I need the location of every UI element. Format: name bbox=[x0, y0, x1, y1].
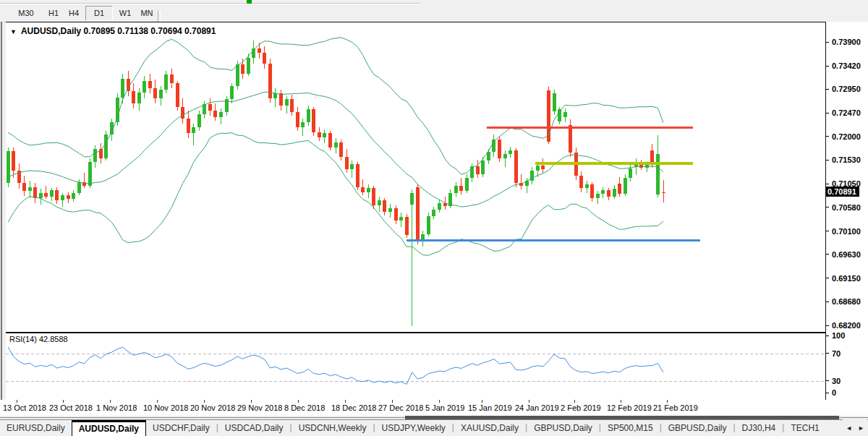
chart-tab-XAUUSD-Daily[interactable]: XAUUSD,Daily bbox=[454, 420, 525, 436]
price-tick-label: 0.68200 bbox=[829, 321, 861, 330]
chart-collapse-icon[interactable]: ▼ bbox=[10, 28, 17, 35]
price-axis-tick: 0.68680 bbox=[826, 297, 861, 306]
price-axis-tick: 0.68200 bbox=[826, 321, 861, 330]
price-tick-label: 0.72000 bbox=[829, 132, 861, 141]
price-axis-tick: 0.73420 bbox=[826, 61, 861, 70]
rsi-axis-tick: 0 bbox=[826, 388, 836, 397]
date-label: 20 Nov 2018 bbox=[190, 403, 235, 412]
date-label: 27 Dec 2018 bbox=[378, 403, 423, 412]
date-axis[interactable]: 13 Oct 201823 Oct 20181 Nov 201810 Nov 2… bbox=[0, 400, 868, 416]
rsi-line bbox=[8, 347, 663, 385]
price-axis-tick: 0.72950 bbox=[826, 85, 861, 93]
chart-title-text: AUDUSD,Daily 0.70895 0.71138 0.70694 0.7… bbox=[21, 26, 216, 36]
chart-tab-USDJPY-Weekly[interactable]: USDJPY,Weekly bbox=[375, 420, 452, 436]
chart-tab-EURUSD-Daily[interactable]: EURUSD,Daily bbox=[0, 420, 72, 436]
current-price-tag: 0.70891 bbox=[826, 187, 859, 197]
chart-tab-GBPUSD-Daily[interactable]: GBPUSD,Daily bbox=[527, 420, 599, 436]
rsi-axis-tick: 70 bbox=[826, 349, 841, 358]
date-tick-mark bbox=[439, 400, 440, 403]
price-axis-tick: 0.70100 bbox=[826, 227, 861, 236]
price-axis[interactable]: 0.739000.734200.729500.724700.720000.715… bbox=[825, 22, 868, 401]
rsi-indicator-label: RSI(14) 42.8588 bbox=[9, 335, 68, 343]
price-tick-label: 0.70100 bbox=[829, 227, 861, 236]
chart-tab-GBPUSD-Daily[interactable]: GBPUSD,Daily bbox=[662, 420, 733, 436]
timeframe-button-H4[interactable]: H4 bbox=[64, 6, 84, 21]
rsi-chart[interactable] bbox=[6, 333, 825, 400]
date-label: 21 Feb 2019 bbox=[653, 403, 698, 412]
date-label: 5 Jan 2019 bbox=[425, 403, 464, 412]
timeframe-button-M30[interactable]: M30 bbox=[13, 6, 39, 21]
rsi-tick-label: 0 bbox=[829, 388, 836, 397]
mt4-terminal: { "topStrip": { "greenBoxColor": "#00a00… bbox=[0, 0, 868, 436]
price-axis-tick: 0.72000 bbox=[826, 132, 861, 141]
date-tick-mark bbox=[529, 400, 529, 403]
tab-scroll-arrows: ◄ ► bbox=[843, 419, 867, 436]
date-tick-mark bbox=[345, 400, 346, 403]
rsi-axis-tick: 100 bbox=[826, 331, 845, 340]
date-label: 24 Jan 2019 bbox=[515, 403, 559, 412]
date-label: 8 Dec 2018 bbox=[284, 403, 325, 412]
date-tick-mark bbox=[251, 400, 252, 403]
chart-tab-USDCHF-Daily[interactable]: USDCHF,Daily bbox=[146, 420, 216, 436]
price-tick-label: 0.71530 bbox=[829, 155, 861, 164]
date-label: 29 Nov 2018 bbox=[237, 403, 282, 412]
candlestick-chart[interactable] bbox=[6, 22, 825, 332]
date-tick-mark bbox=[298, 400, 299, 403]
date-label: 23 Oct 2018 bbox=[49, 403, 93, 412]
date-label: 1 Nov 2018 bbox=[96, 403, 137, 412]
chart-tab-SP500-M15[interactable]: SP500,M15 bbox=[601, 420, 660, 436]
date-tick-mark bbox=[667, 400, 668, 403]
date-tick-mark bbox=[392, 400, 393, 403]
date-label: 2 Feb 2019 bbox=[561, 403, 601, 412]
price-axis-tick: 0.70580 bbox=[826, 203, 861, 212]
date-tick-mark bbox=[621, 400, 621, 403]
date-label: 12 Feb 2019 bbox=[607, 403, 652, 412]
timeframe-button-MN[interactable]: MN bbox=[136, 6, 158, 21]
price-axis-tick: 0.71530 bbox=[826, 155, 861, 164]
timeframe-button-D1[interactable]: D1 bbox=[85, 6, 113, 21]
date-tick-mark bbox=[574, 400, 575, 403]
price-axis-tick: 0.69630 bbox=[826, 250, 861, 259]
date-tick-mark bbox=[157, 400, 158, 403]
date-tick-mark bbox=[204, 400, 205, 403]
price-axis-tick: 0.72470 bbox=[826, 108, 861, 117]
date-tick-mark bbox=[482, 400, 482, 403]
price-axis-tick: 0.73900 bbox=[826, 38, 861, 46]
chart-tab-DJ30-H4[interactable]: DJ30,H4 bbox=[736, 420, 783, 436]
price-tick-label: 0.70580 bbox=[829, 203, 861, 212]
tab-scroll-right-icon[interactable]: ► bbox=[855, 424, 867, 432]
price-tick-label: 0.73420 bbox=[829, 61, 861, 70]
timeframe-button-H1[interactable]: H1 bbox=[43, 6, 64, 21]
chart-tab-USDCNH-Weekly[interactable]: USDCNH,Weekly bbox=[292, 420, 373, 436]
candles-layer bbox=[7, 40, 665, 326]
chart-tab-TECH1[interactable]: TECH1 bbox=[784, 420, 825, 436]
price-chart-pane[interactable] bbox=[6, 22, 825, 333]
date-label: 18 Dec 2018 bbox=[331, 403, 376, 412]
rsi-tick-label: 70 bbox=[829, 349, 841, 358]
chart-title: ▼AUDUSD,Daily 0.70895 0.71138 0.70694 0.… bbox=[10, 26, 216, 36]
buy-indicator-icon bbox=[247, 0, 252, 4]
chart-tab-AUDUSD-Daily[interactable]: AUDUSD,Daily bbox=[72, 420, 146, 436]
price-axis-tick: 0.69150 bbox=[826, 274, 861, 283]
rsi-indicator-pane[interactable] bbox=[6, 333, 825, 401]
date-tick-mark bbox=[17, 400, 17, 403]
date-label: 10 Nov 2018 bbox=[143, 403, 188, 412]
rsi-tick-label: 30 bbox=[829, 377, 841, 385]
timeframe-button-W1[interactable]: W1 bbox=[114, 6, 136, 21]
date-label: 13 Oct 2018 bbox=[3, 403, 46, 412]
rsi-axis-tick: 30 bbox=[826, 377, 841, 385]
tab-scroll-left-icon[interactable]: ◄ bbox=[843, 424, 855, 432]
timeframe-toolbar: M30H1H4D1W1MN bbox=[0, 4, 868, 22]
chart-tab-bar: EURUSD,DailyAUDUSD,DailyUSDCHF,Daily|USD… bbox=[0, 419, 868, 436]
chart-tab-USDCAD-Daily[interactable]: USDCAD,Daily bbox=[218, 420, 290, 436]
date-tick-mark bbox=[110, 400, 111, 403]
date-tick-mark bbox=[63, 400, 64, 403]
price-tick-label: 0.73900 bbox=[829, 38, 861, 46]
price-tick-label: 0.72950 bbox=[829, 85, 861, 93]
price-tick-label: 0.69630 bbox=[829, 250, 861, 259]
price-tick-label: 0.68680 bbox=[829, 297, 861, 306]
rsi-tick-label: 100 bbox=[829, 331, 845, 340]
date-label: 15 Jan 2019 bbox=[468, 403, 512, 412]
price-tick-label: 0.72470 bbox=[829, 108, 861, 117]
price-tick-label: 0.69150 bbox=[829, 274, 861, 283]
